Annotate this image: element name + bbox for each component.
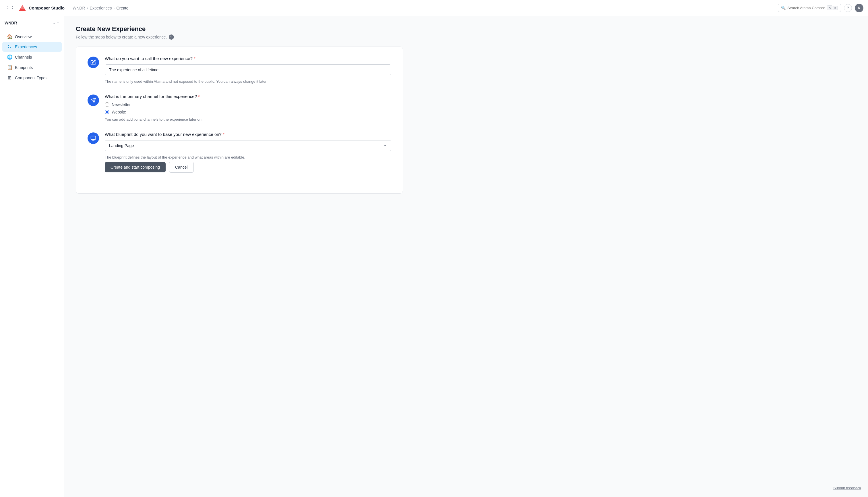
- sidebar-item-overview-label: Overview: [15, 34, 32, 39]
- step-icon-3: [88, 132, 99, 144]
- channel-label: What is the primary channel for this exp…: [105, 94, 391, 99]
- help-icon: ?: [847, 6, 849, 10]
- name-required: *: [194, 56, 195, 61]
- sidebar-item-experiences[interactable]: 🗂 Experiences: [2, 42, 62, 52]
- radio-website-input[interactable]: [105, 110, 109, 114]
- name-label: What do you want to call the new experie…: [105, 56, 391, 61]
- sidebar-item-blueprints[interactable]: 📋 Blueprints: [2, 62, 62, 72]
- sidebar-item-blueprints-label: Blueprints: [15, 65, 33, 70]
- breadcrumb: WNDR › Experiences › Create: [73, 6, 129, 10]
- experience-name-input[interactable]: [105, 65, 391, 75]
- channel-hint: You can add additional channels to the e…: [105, 117, 391, 122]
- name-hint: The name is only used within Atama and n…: [105, 79, 391, 84]
- form-actions: Create and start composing Cancel: [105, 162, 391, 173]
- sidebar-item-overview[interactable]: 🏠 Overview: [2, 32, 62, 42]
- breadcrumb-sep-1: ›: [87, 6, 88, 10]
- sidebar-item-component-types[interactable]: ⊞ Component Types: [2, 73, 62, 83]
- topbar-right: 🔍 ✕ K ? K: [778, 4, 864, 12]
- blueprint-label: What blueprint do you want to base your …: [105, 132, 391, 137]
- section-channel-content: What is the primary channel for this exp…: [105, 94, 391, 122]
- sidebar-item-experiences-label: Experiences: [15, 44, 37, 49]
- sidebar-item-channels[interactable]: 🌐 Channels: [2, 52, 62, 62]
- breadcrumb-sep-2: ›: [114, 6, 115, 10]
- sidebar-item-component-types-label: Component Types: [15, 75, 47, 80]
- blueprint-required: *: [223, 132, 224, 137]
- radio-newsletter-input[interactable]: [105, 102, 109, 107]
- layout: WNDR ⌄ ⌃ 🏠 Overview 🗂 Experiences 🌐 Chan…: [0, 16, 868, 497]
- user-avatar[interactable]: K: [855, 4, 864, 12]
- sidebar-nav: 🏠 Overview 🗂 Experiences 🌐 Channels 📋 Bl…: [0, 31, 64, 83]
- create-button[interactable]: Create and start composing: [105, 162, 166, 172]
- app-name: Composer Studio: [29, 5, 64, 10]
- section-blueprint-content: What blueprint do you want to base your …: [105, 132, 391, 173]
- breadcrumb-create: Create: [117, 6, 129, 10]
- search-input[interactable]: [788, 6, 825, 10]
- help-button[interactable]: ?: [844, 4, 852, 12]
- sidebar: WNDR ⌄ ⌃ 🏠 Overview 🗂 Experiences 🌐 Chan…: [0, 16, 64, 497]
- search-k-badge: K: [833, 6, 838, 10]
- atama-logo-icon: [18, 4, 26, 12]
- topbar: ⋮⋮ Composer Studio WNDR › Experiences › …: [0, 0, 868, 16]
- cancel-button[interactable]: Cancel: [169, 162, 194, 173]
- experiences-icon: 🗂: [7, 44, 12, 49]
- step-icon-1: [88, 57, 99, 68]
- subtitle-help-icon[interactable]: ?: [169, 34, 174, 40]
- form-section-name: What do you want to call the new experie…: [88, 56, 391, 84]
- breadcrumb-wndr[interactable]: WNDR: [73, 6, 85, 10]
- avatar-initials: K: [858, 6, 860, 10]
- form-section-channel: What is the primary channel for this exp…: [88, 94, 391, 122]
- workspace-name: WNDR: [4, 21, 17, 25]
- submit-feedback-link[interactable]: Submit feedback: [833, 486, 861, 490]
- home-icon: 🏠: [7, 34, 12, 39]
- blueprint-select[interactable]: Landing Page Blog Post Product Page Camp…: [105, 140, 391, 151]
- channel-required: *: [198, 94, 200, 99]
- breadcrumb-experiences[interactable]: Experiences: [90, 6, 112, 10]
- channel-radio-group: Newsletter Website: [105, 102, 391, 114]
- channels-icon: 🌐: [7, 54, 12, 60]
- radio-website-label: Website: [112, 110, 126, 114]
- workspace-chevron-icon: ⌄ ⌃: [53, 21, 59, 25]
- blueprint-hint: The blueprint defines the layout of the …: [105, 155, 391, 159]
- grid-icon[interactable]: ⋮⋮: [4, 5, 15, 11]
- search-clear-badge[interactable]: ✕: [827, 5, 833, 10]
- component-types-icon: ⊞: [7, 75, 12, 81]
- radio-newsletter[interactable]: Newsletter: [105, 102, 391, 107]
- svg-rect-2: [91, 136, 96, 140]
- search-kbd: ✕ K: [827, 5, 838, 10]
- blueprints-icon: 📋: [7, 65, 12, 70]
- search-icon: 🔍: [781, 6, 785, 10]
- section-name-content: What do you want to call the new experie…: [105, 56, 391, 84]
- workspace-selector[interactable]: WNDR ⌄ ⌃: [0, 18, 64, 29]
- main-content: Create New Experience Follow the steps b…: [64, 16, 868, 497]
- app-logo[interactable]: Composer Studio: [18, 4, 64, 12]
- radio-newsletter-label: Newsletter: [112, 102, 131, 107]
- page-title: Create New Experience: [76, 25, 856, 33]
- page-subtitle: Follow the steps below to create a new e…: [76, 34, 856, 40]
- radio-website[interactable]: Website: [105, 110, 391, 114]
- search-box[interactable]: 🔍 ✕ K: [778, 4, 841, 12]
- form-section-blueprint: What blueprint do you want to base your …: [88, 132, 391, 173]
- sidebar-item-channels-label: Channels: [15, 55, 32, 59]
- subtitle-text: Follow the steps below to create a new e…: [76, 35, 167, 39]
- form-card: What do you want to call the new experie…: [76, 46, 403, 194]
- step-icon-2: [88, 95, 99, 106]
